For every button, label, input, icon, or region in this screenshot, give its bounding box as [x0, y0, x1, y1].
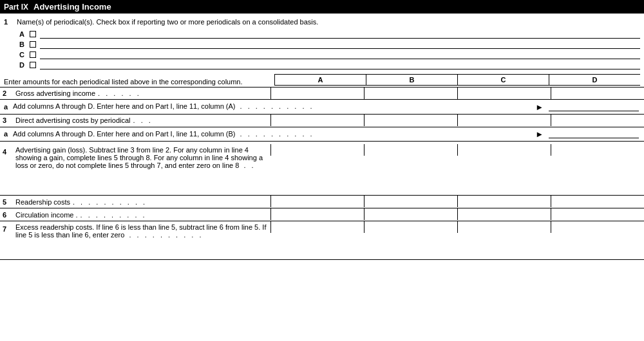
line1-row: 1 Name(s) of periodical(s). Check box if…	[4, 16, 640, 28]
line3a-row: a Add columns A through D. Enter here an…	[0, 127, 644, 142]
line3-dots: . . .	[133, 116, 153, 124]
line5-dots: . . . . . . . . . .	[73, 198, 147, 206]
line6-num: 6	[3, 211, 15, 219]
line7-cell-d[interactable]	[551, 221, 644, 233]
part-title: Advertising Income	[33, 2, 111, 12]
line4-cell-d[interactable]	[551, 144, 644, 156]
line3a-sub: a	[0, 130, 13, 138]
checkbox-row-a: A	[19, 30, 640, 39]
line4-text-block: Advertising gain (loss). Subtract line 3…	[15, 146, 268, 169]
name-input-b[interactable]	[40, 40, 640, 49]
col-header-d: D	[549, 74, 640, 86]
line7-cell-a[interactable]	[270, 221, 364, 233]
line3-text: Direct advertising costs by periodical	[15, 116, 131, 124]
checkbox-c[interactable]	[30, 51, 36, 58]
line6-text: Circulation income .	[15, 211, 78, 219]
checkbox-b[interactable]	[30, 41, 36, 48]
line5-cell-d[interactable]	[551, 196, 644, 207]
line3-label: 3 Direct advertising costs by periodical…	[0, 115, 270, 127]
line1-section: 1 Name(s) of periodical(s). Check box if…	[0, 14, 644, 69]
line4-cell-b[interactable]	[364, 144, 457, 156]
line2-cell-a[interactable]	[270, 88, 364, 99]
line3-cell-a[interactable]	[270, 115, 364, 126]
line6-cell-c[interactable]	[457, 208, 551, 220]
table-intro-text: Enter amounts for each periodical listed…	[4, 78, 274, 86]
line5-row: 5 Readership costs . . . . . . . . . .	[0, 196, 644, 208]
line6-cell-b[interactable]	[364, 208, 457, 220]
line2a-row: a Add columns A through D. Enter here an…	[0, 100, 644, 114]
checkbox-row-b: B	[19, 40, 640, 49]
line3a-right: ►	[328, 129, 644, 139]
checkbox-d[interactable]	[30, 62, 36, 68]
line6-label: 6 Circulation income . . . . . . . . . .	[0, 208, 270, 221]
line6-cell-d[interactable]	[551, 208, 644, 220]
line7-text-block: Excess readership costs. If line 6 is le…	[15, 223, 268, 239]
line2-text: Gross advertising income	[15, 89, 95, 97]
line3-num: 3	[3, 116, 15, 124]
line5-label: 5 Readership costs . . . . . . . . . .	[0, 196, 270, 208]
line3a-text: Add columns A through D. Enter here and …	[13, 129, 328, 139]
arrow-icon-3a: ►	[535, 129, 544, 139]
line6-cell-a[interactable]	[270, 208, 364, 220]
line2-row: 2 Gross advertising income . . . . . .	[0, 87, 644, 100]
line7-cell-c[interactable]	[457, 221, 551, 233]
checkbox-row-c: C	[19, 50, 640, 59]
line2-cell-d[interactable]	[551, 88, 644, 99]
line4-cell-c[interactable]	[457, 144, 551, 156]
line2a-right: ►	[328, 102, 644, 112]
line3-row: 3 Direct advertising costs by periodical…	[0, 115, 644, 127]
line2a-total-input[interactable]	[549, 102, 639, 111]
line1-num: 1	[4, 17, 17, 26]
line3-cell-c[interactable]	[457, 115, 551, 126]
col-header-c: C	[457, 74, 549, 86]
checkbox-row-d: D	[19, 60, 640, 69]
line7-cell-b[interactable]	[364, 221, 457, 233]
line1-text: Name(s) of periodical(s). Check box if r…	[17, 17, 640, 27]
line5-text: Readership costs	[15, 198, 70, 206]
line2a-text: Add columns A through D. Enter here and …	[13, 102, 328, 111]
col-header-b: B	[366, 74, 457, 86]
line2-num: 2	[3, 89, 15, 97]
letter-a: A	[19, 30, 30, 38]
table-intro-area: Enter amounts for each periodical listed…	[0, 71, 644, 87]
line2a-sub: a	[0, 103, 13, 111]
letter-b: B	[19, 41, 30, 48]
line5-cell-a[interactable]	[270, 196, 364, 207]
line4-cell-a[interactable]	[270, 144, 364, 156]
letter-c: C	[19, 51, 30, 59]
col-header-a: A	[274, 74, 366, 86]
line4-row: 4 Advertising gain (loss). Subtract line…	[0, 144, 644, 196]
line2-cell-c[interactable]	[457, 88, 551, 99]
line3a-total-input[interactable]	[549, 129, 639, 138]
letter-d: D	[19, 61, 30, 69]
line7-row: 7 Excess readership costs. If line 6 is …	[0, 221, 644, 260]
checkbox-a[interactable]	[30, 31, 36, 37]
line5-cell-c[interactable]	[457, 196, 551, 207]
name-input-a[interactable]	[40, 30, 640, 39]
line7-num: 7	[3, 223, 15, 233]
line7-label: 7 Excess readership costs. If line 6 is …	[0, 221, 270, 259]
line6-row: 6 Circulation income . . . . . . . . . .	[0, 208, 644, 221]
line3-cell-b[interactable]	[364, 115, 457, 126]
arrow-icon-2a: ►	[535, 102, 544, 112]
column-headers: A B C D	[274, 74, 640, 86]
line3-cell-d[interactable]	[551, 115, 644, 126]
line5-cell-b[interactable]	[364, 196, 457, 207]
part-header: Part IX Advertising Income	[0, 0, 644, 14]
line4-label: 4 Advertising gain (loss). Subtract line…	[0, 144, 270, 195]
name-input-d[interactable]	[40, 60, 640, 69]
line2-cell-b[interactable]	[364, 88, 457, 99]
form-container: Part IX Advertising Income 1 Name(s) of …	[0, 0, 644, 260]
line4-num: 4	[3, 146, 15, 156]
line6-dots: . . . . . . . . .	[80, 211, 147, 219]
line5-num: 5	[3, 198, 15, 206]
line2-dots: . . . . . .	[98, 89, 141, 97]
part-label: Part IX	[4, 3, 28, 12]
line2-label: 2 Gross advertising income . . . . . .	[0, 88, 270, 99]
name-input-c[interactable]	[40, 50, 640, 59]
